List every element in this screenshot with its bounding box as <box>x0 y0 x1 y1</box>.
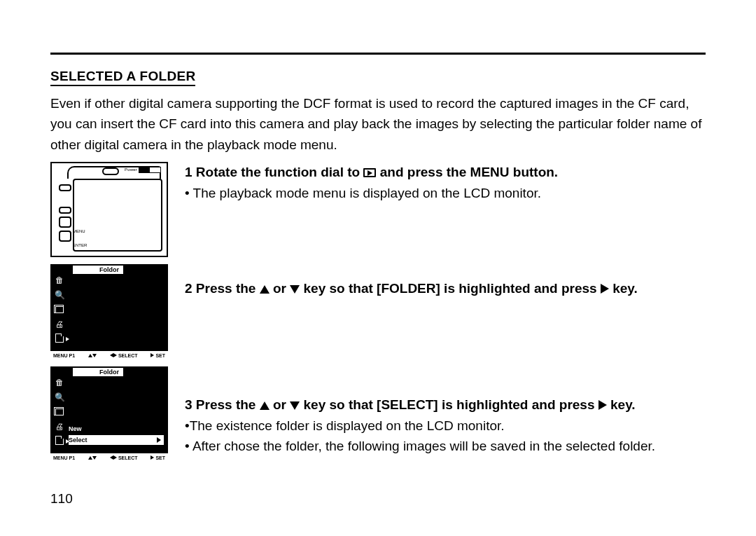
lcd2-title: Foldor <box>99 369 119 376</box>
lcd1-title: Foldor <box>99 266 119 273</box>
illustration-column: Power MENU ENTER Foldor 🗑 🔍 <box>50 162 168 476</box>
magnify-icon: 🔍 <box>55 392 64 402</box>
stack-icon <box>55 407 64 417</box>
step3-text-b: or <box>273 397 290 412</box>
step-1: 1 Rotate the function dial to and press … <box>185 162 706 259</box>
trash-icon: 🗑 <box>55 378 64 387</box>
camera-diagram: Power MENU ENTER <box>50 162 168 257</box>
step1-bullet: • The playback mode menu is displayed on… <box>185 183 706 203</box>
print-icon: 🖨 <box>55 422 64 432</box>
lcd-screenshot-2: Foldor 🗑 🔍 🖨 New Select MENU P1 <box>50 366 168 462</box>
manual-page: SELECTED A FOLDER Even if other digital … <box>50 53 706 476</box>
magnify-icon: 🔍 <box>55 290 64 300</box>
step3-text-d: key. <box>610 397 636 412</box>
section-title: SELECTED A FOLDER <box>50 69 195 86</box>
right-arrow-icon <box>601 284 609 294</box>
page-number: 110 <box>50 491 73 507</box>
step1-num: 1 <box>185 165 192 179</box>
lcd1-statusbar: MENU P1 SELECT SET <box>50 351 168 359</box>
enter-label: ENTER <box>73 243 87 247</box>
playback-icon <box>363 168 376 177</box>
menu-label: MENU <box>73 229 85 233</box>
step1-text-a: Rotate the function dial to <box>196 165 364 179</box>
lcd2-row-new: New <box>69 424 164 434</box>
step2-text-b: or <box>273 281 290 296</box>
lcd2-row-select: Select <box>69 435 164 445</box>
steps-column: 1 Rotate the function dial to and press … <box>185 162 706 476</box>
step2-text-a: Press the <box>196 281 260 296</box>
right-arrow-icon <box>598 400 607 410</box>
camera-button-icon <box>59 217 71 228</box>
lcd-screenshot-1: Foldor 🗑 🔍 🖨 MENU P1 SELECT SET <box>50 264 168 359</box>
stack-icon <box>55 305 64 315</box>
step3-bullet1: •The existence folder is displayed on th… <box>185 415 706 436</box>
camera-button-icon <box>59 207 71 214</box>
power-switch-icon <box>139 167 161 173</box>
chevron-right-icon <box>157 437 161 443</box>
print-icon: 🖨 <box>55 319 64 329</box>
intro-paragraph: Even if other digital camera supporting … <box>50 93 706 155</box>
power-label: Power <box>125 167 137 172</box>
camera-button-icon <box>59 231 71 242</box>
step2-text-d: key. <box>612 281 638 296</box>
up-arrow-icon <box>260 285 270 294</box>
lcd2-statusbar: MENU P1 SELECT SET <box>50 453 168 462</box>
up-arrow-icon <box>260 401 270 410</box>
step3-num: 3 <box>185 397 192 412</box>
down-arrow-icon <box>290 401 300 410</box>
step-3: 3 Press the or key so that [SELECT] is h… <box>185 394 706 456</box>
trash-icon: 🗑 <box>55 275 64 285</box>
step3-text-a: Press the <box>196 397 260 412</box>
step-2: 2 Press the or key so that [FOLDER] is h… <box>185 278 706 375</box>
folder-icon <box>55 437 64 446</box>
step2-text-c: key so that [FOLDER] is highlighted and … <box>304 281 601 296</box>
step3-bullet2: • After chose the folder, the following … <box>185 436 706 456</box>
down-arrow-icon <box>290 285 300 294</box>
step2-num: 2 <box>185 281 192 296</box>
camera-button-icon <box>59 184 71 191</box>
folder-icon <box>55 334 64 344</box>
step3-text-c: key so that [SELECT] is highlighted and … <box>304 397 598 412</box>
step1-text-b: and press the MENU button. <box>380 165 558 179</box>
